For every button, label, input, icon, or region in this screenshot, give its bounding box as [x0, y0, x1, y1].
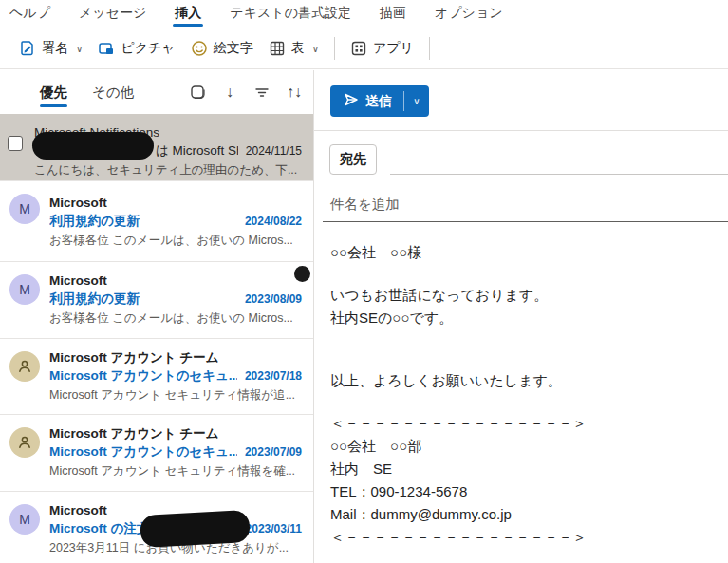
email-sender: Microsoft アカウント チーム: [49, 424, 302, 442]
email-subject: 利用規約の更新: [49, 290, 140, 309]
send-label: 送信: [365, 93, 392, 110]
avatar-person-icon[interactable]: [9, 351, 40, 382]
email-date: 2024/11/15: [238, 141, 302, 160]
table-button[interactable]: 表 ∨: [261, 35, 327, 62]
emoji-button[interactable]: 絵文字: [183, 35, 261, 62]
email-row-1[interactable]: Microsoft Notifications は Microsoft Sha.…: [0, 114, 313, 181]
body-line: ＜－－－－－－－－－－－－－－－－＞: [330, 412, 719, 435]
select-messages-icon[interactable]: [188, 83, 207, 102]
body-line: ○○会社 ○○様: [330, 241, 719, 264]
apps-icon: [350, 40, 367, 57]
email-sender: Microsoft: [49, 272, 302, 290]
subject-field[interactable]: 件名を追加: [323, 196, 728, 222]
redaction-dot: [294, 266, 310, 282]
signature-button[interactable]: 署名 ∨: [11, 35, 90, 62]
insert-toolbar: 署名 ∨ ピクチャ 絵文字 表 ∨ アプリ: [0, 28, 728, 69]
tab-draw[interactable]: 描画: [380, 5, 406, 25]
apps-button[interactable]: アプリ: [343, 35, 421, 62]
table-label: 表: [291, 40, 305, 57]
signature-label: 署名: [42, 40, 68, 57]
to-button[interactable]: 宛先: [329, 144, 377, 175]
picture-label: ピクチャ: [121, 40, 175, 57]
sort-icon[interactable]: ↑↓: [285, 83, 304, 102]
email-date: 2024/08/22: [237, 212, 302, 231]
body-line: 以上、よろしくお願いいたします。: [330, 369, 719, 392]
filter-icon[interactable]: [252, 83, 271, 102]
subject-placeholder: 件名を追加: [330, 197, 400, 212]
email-date: 2023/08/09: [237, 290, 302, 309]
body-line: [330, 349, 719, 369]
send-options-chevron-icon[interactable]: ∨: [404, 85, 429, 117]
body-line: 社内 SE: [330, 458, 719, 480]
email-preview: お客様各位 このメールは、お使いの Micros...: [49, 309, 302, 328]
body-line: TEL：090-1234-5678: [330, 480, 719, 503]
avatar[interactable]: M: [9, 504, 40, 535]
email-row-2[interactable]: M Microsoft 利用規約の更新 2024/08/22 お客様各位 このメ…: [0, 181, 313, 262]
email-row-3[interactable]: M Microsoft 利用規約の更新 2023/08/09 お客様各位 このメ…: [0, 262, 313, 339]
to-input[interactable]: [390, 148, 728, 175]
toolbar-divider: [334, 37, 335, 60]
move-down-icon[interactable]: ↓: [220, 83, 239, 102]
body-line: いつもお世話になっております。: [330, 284, 719, 307]
emoji-label: 絵文字: [214, 40, 253, 57]
body-line: ＜－－－－－－－－－－－－－－－－＞: [330, 526, 719, 549]
tab-message[interactable]: メッセージ: [79, 5, 146, 25]
email-preview: Microsoft アカウント セキュリティ情報を確...: [49, 461, 302, 481]
apps-label: アプリ: [373, 40, 414, 57]
email-sender: Microsoft アカウント チーム: [49, 348, 302, 366]
signature-icon: [19, 40, 36, 57]
picture-button[interactable]: ピクチャ: [90, 35, 182, 62]
tab-insert[interactable]: 挿入: [175, 5, 201, 25]
ribbon-menubar: ヘルプ メッセージ 挿入 テキストの書式設定 描画 オプション: [0, 0, 728, 28]
tab-focused[interactable]: 優先: [40, 78, 67, 107]
email-subject: 利用規約の更新: [49, 212, 140, 231]
message-list-header: 優先 その他 ↓ ↑↓: [0, 70, 313, 114]
select-checkbox[interactable]: [8, 136, 23, 151]
message-body-editor[interactable]: ○○会社 ○○様 いつもお世話になっております。 社内SEの○○です。 以上、よ…: [314, 222, 728, 549]
email-subject: Microsoft アカウントのセキュ...: [49, 366, 237, 385]
compose-panel: 送信 ∨ 宛先 件名を追加 ○○会社 ○○様 いつもお世話になっております。 社…: [314, 70, 728, 563]
chevron-down-icon: ∨: [76, 44, 83, 54]
tab-help[interactable]: ヘルプ: [9, 5, 50, 25]
redaction-mark: [32, 132, 154, 160]
tab-options[interactable]: オプション: [435, 5, 503, 25]
avatar[interactable]: M: [9, 274, 40, 305]
email-preview: Microsoft アカウント セキュリティ情報が追...: [49, 385, 302, 405]
email-date: 2023/07/09: [237, 442, 302, 461]
email-list: Microsoft Notifications は Microsoft Sha.…: [0, 114, 313, 563]
body-line: Mail：dummy@dummy.co.jp: [330, 503, 719, 526]
emoji-icon: [191, 40, 208, 57]
table-icon: [269, 40, 286, 57]
email-preview: こんにちは、セキュリティ上の理由のため、下...: [34, 160, 302, 180]
body-line: 社内SEの○○です。: [330, 307, 719, 329]
email-preview: お客様各位 このメールは、お使いの Micros...: [49, 231, 302, 251]
tab-format-text[interactable]: テキストの書式設定: [230, 5, 351, 25]
email-row-6[interactable]: M Microsoft Microsoft の注文 2023/03/11 202…: [0, 492, 313, 563]
avatar[interactable]: M: [9, 194, 40, 224]
body-line: [330, 329, 719, 349]
send-icon: [344, 92, 359, 110]
body-line: [330, 264, 719, 284]
toolbar-divider: [429, 37, 430, 60]
avatar-person-icon[interactable]: [9, 427, 40, 458]
body-line: [330, 392, 719, 412]
email-date: 2023/07/18: [237, 366, 302, 385]
email-subject: は Microsoft Sha...: [156, 141, 238, 160]
outlook-compose-window: ヘルプ メッセージ 挿入 テキストの書式設定 描画 オプション 署名 ∨ ピクチ…: [0, 0, 728, 563]
email-subject: Microsoft アカウントのセキュ...: [49, 442, 237, 461]
picture-icon: [98, 40, 115, 57]
email-subject: Microsoft の注文: [49, 519, 149, 538]
body-line: ○○会社 ○○部: [330, 435, 719, 458]
email-row-5[interactable]: Microsoft アカウント チーム Microsoft アカウントのセキュ.…: [0, 415, 313, 492]
tab-other[interactable]: その他: [92, 78, 134, 107]
chevron-down-icon: ∨: [312, 44, 319, 54]
email-sender: Microsoft: [49, 194, 302, 212]
message-list-panel: 優先 その他 ↓ ↑↓ Microsoft Notific: [0, 70, 314, 563]
redaction-mark: [140, 510, 251, 548]
email-row-4[interactable]: Microsoft アカウント チーム Microsoft アカウントのセキュ.…: [0, 339, 313, 415]
send-split-button[interactable]: 送信 ∨: [330, 85, 429, 117]
